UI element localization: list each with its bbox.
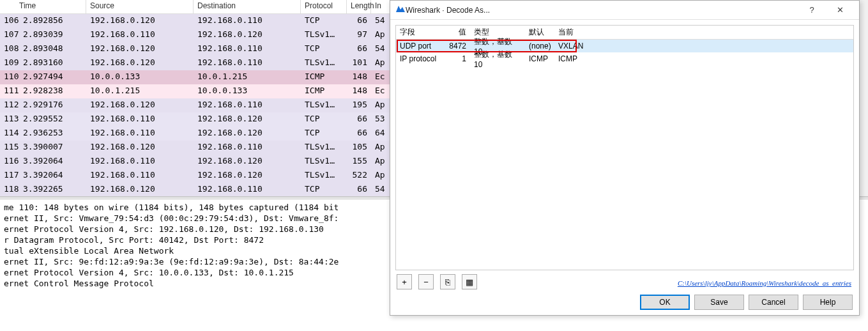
cell-time: 2.929176 bbox=[19, 100, 86, 111]
cell-no: 115 bbox=[0, 142, 19, 153]
cell-protocol: TLSv1… bbox=[301, 58, 347, 69]
cell-no: 112 bbox=[0, 100, 19, 111]
clear-button[interactable]: ▦ bbox=[462, 274, 477, 289]
cell-time: 2.893039 bbox=[19, 29, 86, 41]
cell-destination: 192.168.0.110 bbox=[194, 43, 301, 55]
save-button[interactable]: Save bbox=[694, 295, 744, 310]
cell-protocol: TCP bbox=[301, 114, 347, 125]
entries-path-link[interactable]: C:\Users\ljy\AppData\Roaming\Wireshark\d… bbox=[678, 279, 851, 287]
cell-destination: 192.168.0.120 bbox=[194, 29, 301, 41]
remove-entry-button[interactable]: − bbox=[418, 274, 434, 289]
cell-time: 2.893048 bbox=[19, 43, 86, 55]
col-field[interactable]: 字段 bbox=[396, 26, 443, 39]
cell-length: 97 bbox=[347, 29, 371, 41]
cancel-button[interactable]: Cancel bbox=[749, 295, 798, 310]
header-destination[interactable]: Destination bbox=[194, 0, 301, 13]
cell-time: 2.893160 bbox=[19, 58, 86, 69]
cell-source: 192.168.0.120 bbox=[86, 100, 194, 111]
cell-length: 155 bbox=[347, 156, 371, 167]
cell-time: 2.929552 bbox=[19, 114, 86, 125]
col-value[interactable]: 值 bbox=[443, 26, 470, 39]
cell-source: 192.168.0.110 bbox=[86, 29, 194, 41]
decode-toolbar: + − ⎘ ▦ bbox=[397, 274, 480, 289]
cell-source: 192.168.0.120 bbox=[86, 43, 194, 55]
cell-no: 111 bbox=[0, 86, 19, 97]
decode-row[interactable]: UDP port8472整数，基数 10(none)VXLAN bbox=[396, 40, 853, 52]
cell-destination: 192.168.0.110 bbox=[194, 15, 301, 27]
cell-protocol: TLSv1… bbox=[301, 170, 347, 181]
close-button[interactable]: ✕ bbox=[826, 1, 854, 19]
cell-destination: 192.168.0.120 bbox=[194, 114, 301, 125]
cell-protocol: ICMP bbox=[301, 72, 347, 83]
decode-value: 1 bbox=[443, 54, 470, 64]
ok-button[interactable]: OK bbox=[640, 295, 690, 310]
decode-field: UDP port bbox=[396, 41, 443, 51]
help-dialog-button[interactable]: Help bbox=[803, 295, 853, 310]
dialog-title: Wireshark · Decode As... bbox=[406, 6, 798, 15]
cell-destination: 192.168.0.110 bbox=[194, 100, 301, 111]
decode-table-header: 字段 值 类型 默认 当前 bbox=[396, 26, 853, 40]
cell-protocol: TCP bbox=[301, 15, 347, 27]
cell-source: 10.0.0.133 bbox=[86, 72, 194, 83]
cell-length: 66 bbox=[347, 128, 371, 139]
decode-default: ICMP bbox=[525, 54, 554, 64]
cell-no: 106 bbox=[0, 15, 19, 27]
header-protocol[interactable]: Protocol bbox=[301, 0, 347, 13]
cell-no: 118 bbox=[0, 184, 19, 196]
cell-destination: 192.168.0.120 bbox=[194, 156, 301, 167]
cell-no: 110 bbox=[0, 72, 19, 83]
decode-as-table: 字段 值 类型 默认 当前 UDP port8472整数，基数 10(none)… bbox=[395, 25, 854, 270]
cell-length: 66 bbox=[347, 15, 371, 27]
cell-source: 192.168.0.110 bbox=[86, 170, 194, 181]
cell-destination: 10.0.1.215 bbox=[194, 72, 301, 83]
cell-length: 66 bbox=[347, 184, 371, 196]
help-button[interactable]: ? bbox=[798, 1, 826, 19]
cell-no: 116 bbox=[0, 156, 19, 167]
cell-source: 192.168.0.120 bbox=[86, 15, 194, 27]
header-length[interactable]: Length bbox=[347, 0, 371, 13]
wireshark-icon bbox=[395, 4, 406, 16]
decode-current: VXLAN bbox=[554, 41, 853, 51]
cell-source: 192.168.0.110 bbox=[86, 156, 194, 167]
cell-protocol: ICMP bbox=[301, 86, 347, 97]
dialog-titlebar: Wireshark · Decode As... ? ✕ bbox=[390, 1, 859, 20]
decode-default: (none) bbox=[525, 41, 554, 51]
cell-length: 66 bbox=[347, 114, 371, 125]
cell-no: 107 bbox=[0, 29, 19, 41]
cell-source: 192.168.0.110 bbox=[86, 114, 194, 125]
decode-type: 整数，基数 10 bbox=[470, 49, 525, 70]
cell-time: 2.936253 bbox=[19, 128, 86, 139]
cell-destination: 192.168.0.120 bbox=[194, 128, 301, 139]
dialog-buttons: OK Save Cancel Help bbox=[640, 295, 853, 310]
add-entry-button[interactable]: + bbox=[397, 274, 412, 289]
cell-length: 522 bbox=[347, 170, 371, 181]
cell-length: 148 bbox=[347, 72, 371, 83]
col-current[interactable]: 当前 bbox=[554, 26, 853, 39]
header-time[interactable]: Time bbox=[0, 0, 86, 13]
header-source[interactable]: Source bbox=[86, 0, 194, 13]
cell-length: 105 bbox=[347, 142, 371, 153]
cell-protocol: TLSv1… bbox=[301, 29, 347, 41]
cell-no: 109 bbox=[0, 58, 19, 69]
cell-time: 3.390007 bbox=[19, 142, 86, 153]
copy-entry-button[interactable]: ⎘ bbox=[440, 274, 455, 289]
cell-protocol: TCP bbox=[301, 128, 347, 139]
cell-length: 66 bbox=[347, 43, 371, 55]
cell-destination: 192.168.0.110 bbox=[194, 184, 301, 196]
cell-destination: 192.168.0.120 bbox=[194, 170, 301, 181]
cell-destination: 10.0.0.133 bbox=[194, 86, 301, 97]
cell-protocol: TLSv1… bbox=[301, 156, 347, 167]
col-default[interactable]: 默认 bbox=[525, 26, 554, 39]
cell-time: 3.392064 bbox=[19, 170, 86, 181]
decode-row[interactable]: IP protocol1整数，基数 10ICMPICMP bbox=[396, 52, 853, 65]
cell-destination: 192.168.0.110 bbox=[194, 142, 301, 153]
cell-source: 192.168.0.110 bbox=[86, 128, 194, 139]
cell-time: 2.928238 bbox=[19, 86, 86, 97]
cell-time: 3.392265 bbox=[19, 184, 86, 196]
cell-length: 148 bbox=[347, 86, 371, 97]
cell-source: 10.0.1.215 bbox=[86, 86, 194, 97]
cell-length: 101 bbox=[347, 58, 371, 69]
decode-field: IP protocol bbox=[396, 54, 443, 64]
cell-source: 192.168.0.120 bbox=[86, 58, 194, 69]
cell-no: 114 bbox=[0, 128, 19, 139]
